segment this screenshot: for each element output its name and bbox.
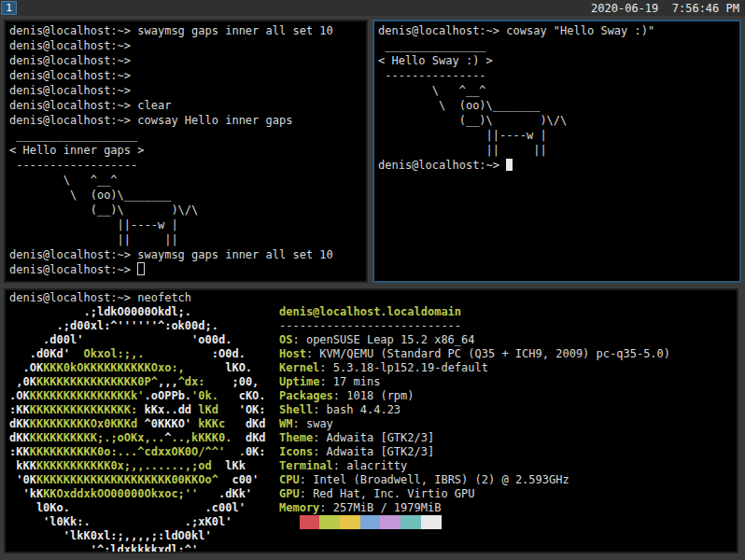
palette-swatch-0 bbox=[279, 515, 300, 529]
palette-swatch-3 bbox=[340, 515, 360, 529]
cursor-hollow bbox=[137, 262, 145, 275]
terminal-output-top-left: denis@localhost:~> swaymsg gaps inner al… bbox=[6, 21, 366, 277]
workspace-button-1[interactable]: 1 bbox=[1, 1, 17, 15]
cursor-block bbox=[506, 159, 513, 171]
palette-swatch-2 bbox=[319, 515, 340, 529]
terminal-window-top-right-focused[interactable]: denis@localhost:~> cowsay "Hello Sway :)… bbox=[372, 20, 741, 283]
terminal-window-bottom-neofetch[interactable]: denis@localhost:~> neofetch .;ldkO0000Ok… bbox=[4, 288, 738, 553]
sway-desktop: { "bar": { "workspace": "1", "clock": "2… bbox=[0, 0, 745, 560]
palette-swatch-1 bbox=[300, 515, 320, 529]
clock: 2020-06-19 7:56:46 PM bbox=[591, 2, 745, 15]
terminal-output-top-right: denis@localhost:~> cowsay "Hello Sway :)… bbox=[374, 21, 739, 173]
palette-swatch-5 bbox=[380, 515, 401, 529]
status-bar: 1 2020-06-19 7:56:46 PM bbox=[0, 0, 745, 16]
terminal-output-bottom: denis@localhost:~> neofetch .;ldkO0000Ok… bbox=[6, 290, 737, 553]
palette-swatch-6 bbox=[401, 515, 421, 529]
palette-swatch-7 bbox=[421, 515, 442, 529]
workspace-label: 1 bbox=[6, 2, 12, 14]
palette-swatch-4 bbox=[360, 515, 381, 529]
terminal-window-top-left[interactable]: denis@localhost:~> swaymsg gaps inner al… bbox=[4, 20, 368, 283]
